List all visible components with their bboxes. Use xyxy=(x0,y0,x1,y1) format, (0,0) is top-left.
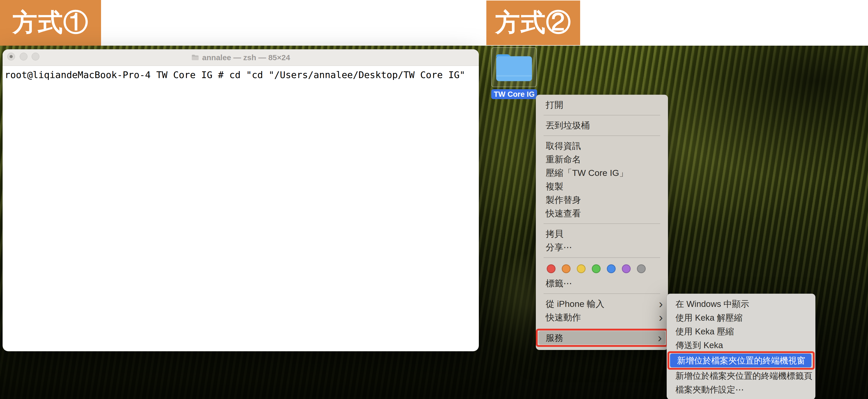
menu-item-copy[interactable]: 拷貝 xyxy=(536,227,668,240)
chevron-right-icon: › xyxy=(658,329,662,347)
menu-item-quick-look[interactable]: 快速查看 xyxy=(536,206,668,220)
submenu-item-send-to-keka[interactable]: 傳送到 Keka xyxy=(667,338,815,352)
tag-dot-gray[interactable] xyxy=(637,264,646,273)
chevron-right-icon: › xyxy=(659,311,663,324)
annotation-method2-label: 方式② xyxy=(486,1,580,45)
terminal-prompt-line[interactable]: root@liqiandeMacBook-Pro-4 TW Core IG # … xyxy=(5,69,465,81)
screen: 方式① 方式② annalee — zsh — 85×24 root@liqia… xyxy=(0,0,868,399)
tag-dot-purple[interactable] xyxy=(622,264,631,273)
menu-item-import-from-iphone[interactable]: 從 iPhone 輸入 › xyxy=(536,297,668,311)
menu-item-tags[interactable]: 標籤⋯ xyxy=(536,277,668,290)
menu-item-move-to-trash[interactable]: 丟到垃圾桶 xyxy=(536,119,668,132)
menu-separator xyxy=(536,254,668,261)
tag-dot-red[interactable] xyxy=(547,264,556,273)
submenu-item-keka-extract[interactable]: 使用 Keka 解壓縮 xyxy=(667,311,815,324)
submenu-item-new-terminal-window[interactable]: 新增位於檔案夾位置的終端機視窗 xyxy=(667,353,815,367)
menu-separator xyxy=(536,290,668,297)
menu-separator xyxy=(536,132,668,139)
folder-name-badge[interactable]: TW Core IG xyxy=(491,89,537,99)
submenu-item-folder-actions-setup[interactable]: 檔案夾動作設定⋯ xyxy=(667,383,815,396)
tag-color-row xyxy=(536,261,668,277)
tag-dot-green[interactable] xyxy=(592,264,600,273)
top-white-strip xyxy=(0,0,868,46)
menu-item-open[interactable]: 打開 xyxy=(536,98,668,112)
tag-dot-orange[interactable] xyxy=(562,264,570,273)
menu-item-duplicate[interactable]: 複製 xyxy=(536,179,668,193)
submenu-item-keka-compress[interactable]: 使用 Keka 壓縮 xyxy=(667,324,815,338)
submenu-item-show-in-windows[interactable]: 在 Windows 中顯示 xyxy=(667,297,815,311)
submenu-item-new-terminal-tab[interactable]: 新增位於檔案夾位置的終端機標籤頁 xyxy=(667,369,815,383)
menu-item-share[interactable]: 分享⋯ xyxy=(536,240,668,254)
menu-separator xyxy=(536,112,668,119)
context-menu: 打開 丟到垃圾桶 取得資訊 重新命名 壓縮「TW Core IG」 複製 製作替… xyxy=(536,95,668,350)
tag-dot-yellow[interactable] xyxy=(577,264,586,273)
menu-item-compress[interactable]: 壓縮「TW Core IG」 xyxy=(536,166,668,179)
chevron-right-icon: › xyxy=(659,297,663,311)
close-button[interactable] xyxy=(7,53,15,60)
proxy-folder-icon[interactable] xyxy=(191,54,199,61)
unsaved-dot-icon xyxy=(9,55,13,58)
menu-item-services[interactable]: 服務 › xyxy=(536,329,668,347)
terminal-window: annalee — zsh — 85×24 root@liqiandeMacBo… xyxy=(3,49,479,351)
terminal-titlebar[interactable]: annalee — zsh — 85×24 xyxy=(3,49,479,66)
menu-item-quick-actions[interactable]: 快速動作 › xyxy=(536,311,668,324)
menu-item-get-info[interactable]: 取得資訊 xyxy=(536,139,668,152)
window-title-group: annalee — zsh — 85×24 xyxy=(191,53,290,62)
window-title: annalee — zsh — 85×24 xyxy=(202,53,290,62)
menu-item-make-alias[interactable]: 製作替身 xyxy=(536,193,668,206)
services-submenu: 在 Windows 中顯示 使用 Keka 解壓縮 使用 Keka 壓縮 傳送到… xyxy=(667,294,815,399)
tag-dot-blue[interactable] xyxy=(607,264,616,273)
desktop-folder-icon[interactable] xyxy=(495,50,533,84)
zoom-button[interactable] xyxy=(32,53,39,60)
menu-separator xyxy=(536,220,668,227)
menu-item-rename[interactable]: 重新命名 xyxy=(536,152,668,166)
minimize-button[interactable] xyxy=(20,53,28,60)
annotation-method1-label: 方式① xyxy=(0,0,101,46)
